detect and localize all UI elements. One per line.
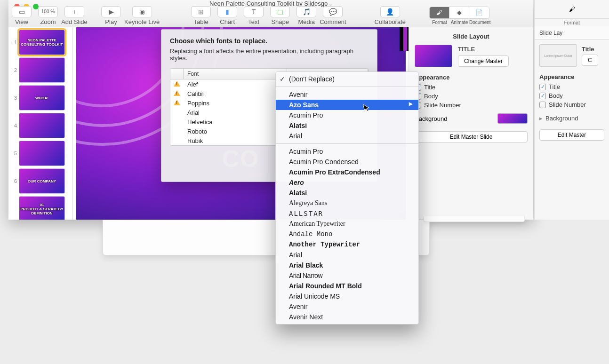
view-button[interactable]: ▭View <box>8 6 35 25</box>
inspector-tabs: 🖌 ◆ 📄 <box>429 7 489 19</box>
secondary-inspector: 🖌 Format Slide Lay Lorem Ipsum Dolor Tit… <box>534 0 609 220</box>
menu-item-font[interactable]: Alatsi <box>276 188 418 198</box>
menu-item-font[interactable]: Alegreya Sans <box>276 198 418 208</box>
appearance-heading: Appearance <box>415 74 528 81</box>
slide-thumbnail[interactable]: 01PROJECT & STRATEGYDEFINITION <box>19 196 65 220</box>
menu-item-font[interactable]: Acumin Pro Condensed <box>276 157 418 167</box>
menu-item-recent[interactable]: Arial <box>276 131 418 141</box>
inspector-panel: Slide Layout TITLE Change Master Appeara… <box>409 27 533 220</box>
slide-thumbnail[interactable]: NEON PALETTECONSULTING TOOLKIT <box>19 30 65 55</box>
menu-item-font[interactable]: Avenir <box>276 301 418 312</box>
font-name: Roboto <box>184 128 287 135</box>
slide-thumbnail[interactable] <box>19 141 65 166</box>
animate-tab[interactable]: ◆ <box>449 7 469 18</box>
menu-item-font[interactable]: Aero <box>276 177 418 188</box>
document-label: Document <box>469 20 489 25</box>
warning-icon <box>174 81 180 87</box>
font-name: Calibri <box>184 90 287 97</box>
slide-number: 5 <box>10 150 17 156</box>
format-tab[interactable]: 🖌 <box>430 7 449 18</box>
menu-item-font[interactable]: Andale Mono <box>276 229 418 239</box>
table-icon: ⊞ <box>191 6 211 17</box>
slide-thumbnail[interactable]: OUR COMPANY <box>19 168 65 194</box>
font-name: Alef <box>184 81 287 88</box>
slide-thumbnail[interactable] <box>19 113 65 138</box>
menu-divider <box>276 87 418 87</box>
font-name: Rubik <box>184 137 287 144</box>
background-label: Background <box>415 115 447 122</box>
animate-label: Animate <box>449 20 469 25</box>
warning-icon <box>174 100 180 105</box>
keynote-live-button[interactable]: ◉Keynote Live <box>124 6 160 25</box>
menu-item-font[interactable]: Arial Narrow <box>276 270 418 281</box>
media-button[interactable]: 🎵Media <box>293 6 320 25</box>
shape-button[interactable]: ▢Shape <box>267 6 293 25</box>
menu-item-recent[interactable]: Alatsi <box>276 120 418 131</box>
menu-item-font[interactable]: Acumin Pro ExtraCondensed <box>276 167 418 177</box>
slide-thumbnail[interactable] <box>19 57 65 83</box>
slide-thumbnail[interactable]: WHOA! <box>19 85 65 111</box>
text-icon: T <box>244 6 264 17</box>
menu-item-dont-replace[interactable]: (Don't Replace) <box>276 74 418 84</box>
menu-item-font[interactable]: Another Typewriter <box>276 239 418 250</box>
menu-item-font[interactable]: ALLSTAR <box>276 208 418 219</box>
play-icon: ▶ <box>101 6 121 17</box>
plus-icon: + <box>64 6 84 17</box>
dialog-subtext: Replacing a font affects the entire pres… <box>170 47 369 62</box>
appearance-heading-2: Appearance <box>539 73 604 80</box>
master-name-2: Title <box>582 46 598 53</box>
collaborate-button[interactable]: 👤Collaborate <box>375 6 406 25</box>
col-font[interactable]: Font <box>184 69 287 79</box>
font-dropdown-menu: (Don't Replace) AvenirAzo SansAcumin Pro… <box>275 71 419 324</box>
background-disclosure[interactable]: Background <box>545 115 578 122</box>
change-master-button[interactable]: Change Master <box>458 55 509 67</box>
menu-item-recent[interactable]: Avenir <box>276 89 418 100</box>
chart-button[interactable]: ▮Chart <box>214 6 240 25</box>
dialog-heading: Choose which fonts to replace. <box>170 37 369 45</box>
menu-item-font[interactable]: Arial Rounded MT Bold <box>276 281 418 291</box>
font-name: Poppins <box>184 100 287 107</box>
menu-divider <box>276 143 418 144</box>
title-checkbox-2[interactable] <box>539 84 546 90</box>
view-icon: ▭ <box>12 6 32 17</box>
table-button[interactable]: ⊞Table <box>188 6 214 25</box>
slide-layout-tab-2[interactable]: Slide Lay <box>535 26 609 40</box>
menu-item-recent[interactable]: Azo Sans <box>276 100 418 110</box>
col-warn <box>170 69 184 79</box>
add-slide-button[interactable]: +Add Slide <box>61 6 88 25</box>
menu-item-font[interactable]: Acumin Pro <box>276 146 418 157</box>
slide-number-checkbox-2[interactable] <box>539 102 546 108</box>
menu-item-recent[interactable]: Acumin Pro <box>276 110 418 120</box>
slide-number: 1 <box>10 40 17 45</box>
slide-number-checkbox-label: Slide Number <box>424 102 461 109</box>
comment-button[interactable]: 💬Comment <box>320 6 346 25</box>
body-checkbox-2[interactable] <box>539 93 546 99</box>
body-checkbox-label: Body <box>424 93 438 100</box>
document-tab[interactable]: 📄 <box>469 7 489 18</box>
menu-item-font[interactable]: Arial <box>276 250 418 260</box>
text-button[interactable]: TText <box>240 6 267 25</box>
slide-number: 3 <box>10 95 17 101</box>
edit-master-button-2[interactable]: Edit Master <box>539 129 604 141</box>
background-swatch[interactable] <box>497 113 528 124</box>
live-icon: ◉ <box>132 6 152 17</box>
menu-item-font[interactable]: Arial Unicode MS <box>276 291 418 301</box>
menu-item-font[interactable]: Avenir Next <box>276 312 418 322</box>
media-icon: 🎵 <box>296 6 316 17</box>
font-name: Helvetica <box>184 119 287 126</box>
edit-master-button[interactable]: Edit Master Slide <box>415 131 528 142</box>
menu-item-font[interactable]: American Typewriter <box>276 219 418 229</box>
play-button[interactable]: ▶Play <box>98 6 124 25</box>
toolbar: ▭View 100 %Zoom +Add Slide ▶Play ◉Keynot… <box>8 4 533 27</box>
slide-navigator[interactable]: 1NEON PALETTECONSULTING TOOLKIT23WHOA!45… <box>8 27 73 220</box>
master-thumbnail[interactable] <box>415 45 452 67</box>
master-thumb-2[interactable]: Lorem Ipsum Dolor <box>539 44 577 67</box>
format-icon[interactable]: 🖌 <box>569 6 575 13</box>
zoom-button[interactable]: 100 %Zoom <box>35 6 61 25</box>
chart-icon: ▮ <box>217 6 237 17</box>
format-label: Format <box>430 20 449 25</box>
inspector-heading: Slide Layout <box>415 33 528 40</box>
menu-item-font[interactable]: Arial Black <box>276 260 418 270</box>
change-master-button-2[interactable]: C <box>582 55 598 66</box>
font-name: Arial <box>184 109 287 116</box>
